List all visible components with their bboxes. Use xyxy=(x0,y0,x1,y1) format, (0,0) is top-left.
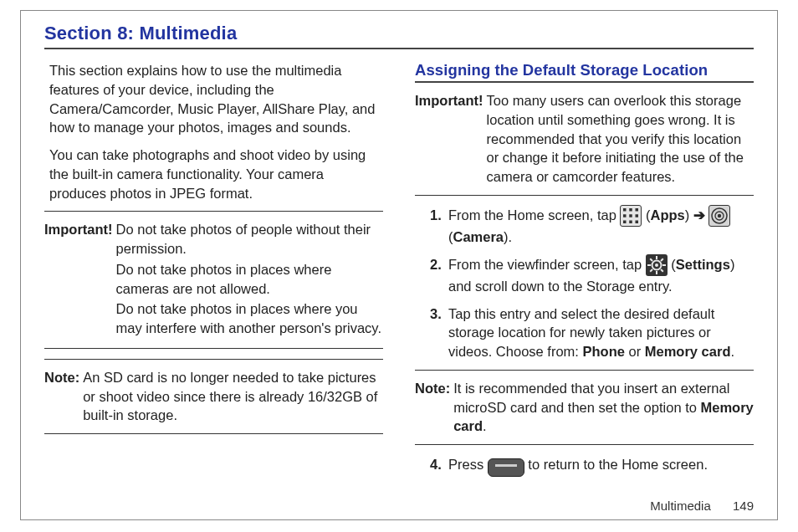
step-1: From the Home screen, tap (Apps) ➔ xyxy=(430,206,754,247)
note-body-right: It is recommended that you insert an ext… xyxy=(453,379,754,436)
important-body-left: Do not take photos of people without the… xyxy=(116,220,383,340)
important-line-2: Do not take photos in places where camer… xyxy=(116,260,383,299)
apps-label: Apps xyxy=(651,207,685,223)
home-button-icon xyxy=(488,458,524,477)
phone-label: Phone xyxy=(583,344,625,359)
important-block-left: Important! Do not take photos of people … xyxy=(44,211,383,349)
columns: This section explains how to use the mul… xyxy=(44,61,754,483)
intro-paragraph-2: You can take photographs and shoot video… xyxy=(49,146,383,202)
note-right-text-a: It is recommended that you insert an ext… xyxy=(453,381,729,415)
note-label-right: Note: xyxy=(415,379,450,436)
svg-rect-0 xyxy=(623,208,627,212)
svg-rect-4 xyxy=(630,214,633,217)
step1-text-a: From the Home screen, tap xyxy=(448,207,620,223)
svg-point-11 xyxy=(718,214,721,217)
page-number: 149 xyxy=(733,499,754,513)
important-line-1: Do not take photos of people without the… xyxy=(116,220,383,258)
page-border: Section 8: Multimedia This section expla… xyxy=(20,10,778,520)
memory-card-label: Memory card xyxy=(645,344,731,359)
left-column: This section explains how to use the mul… xyxy=(44,61,383,483)
right-column: Assigning the Default Storage Location I… xyxy=(415,61,754,483)
steps-list: From the Home screen, tap (Apps) ➔ xyxy=(415,206,754,361)
step-2: From the viewfinder screen, tap xyxy=(430,255,754,296)
svg-line-18 xyxy=(650,258,652,261)
footer-label: Multimedia xyxy=(650,499,711,513)
svg-rect-2 xyxy=(636,208,639,212)
step4-text-b: to return to the Home screen. xyxy=(528,457,708,472)
steps-list-2: Press to return to the Home screen. xyxy=(415,455,754,475)
arrow-icon: ➔ xyxy=(693,207,705,223)
important-line-3: Do not take photos in places where you m… xyxy=(116,299,383,338)
step-4: Press to return to the Home screen. xyxy=(430,455,754,475)
important-body-right: Too many users can overlook this storage… xyxy=(487,91,754,187)
camera-icon xyxy=(708,205,730,227)
section-heading: Assigning the Default Storage Location xyxy=(415,61,754,79)
page-footer: Multimedia 149 xyxy=(650,499,754,513)
note-block-right: Note: It is recommended that you insert … xyxy=(415,370,754,445)
svg-rect-3 xyxy=(623,214,627,217)
svg-line-19 xyxy=(661,258,663,261)
svg-line-21 xyxy=(661,269,663,272)
step4-text-a: Press xyxy=(448,457,488,472)
settings-label: Settings xyxy=(676,257,730,272)
title-rule xyxy=(44,48,754,49)
important-label-right: Important! xyxy=(415,91,483,187)
svg-rect-6 xyxy=(623,221,627,224)
intro-paragraph-1: This section explains how to use the mul… xyxy=(49,61,383,137)
note-body-left: An SD card is no longer needed to take p… xyxy=(83,368,383,425)
page-title: Section 8: Multimedia xyxy=(44,23,754,44)
svg-point-13 xyxy=(655,263,658,267)
svg-rect-5 xyxy=(636,214,639,217)
important-block-right: Important! Too many users can overlook t… xyxy=(415,91,754,196)
apps-icon xyxy=(620,205,642,227)
svg-rect-8 xyxy=(636,221,639,224)
step2-text-a: From the viewfinder screen, tap xyxy=(448,257,646,272)
step-3: Tap this entry and select the desired de… xyxy=(430,304,754,361)
step3-or: or xyxy=(625,344,645,359)
settings-icon xyxy=(646,254,668,276)
note-label-left: Note: xyxy=(44,368,79,425)
svg-rect-7 xyxy=(630,221,633,224)
important-label: Important! xyxy=(44,220,113,340)
camera-label: Camera xyxy=(453,229,504,244)
note-block-left: Note: An SD card is no longer needed to … xyxy=(44,359,383,434)
svg-line-20 xyxy=(650,269,652,272)
step2-text-b: and scroll down to the Storage entry. xyxy=(448,279,673,294)
heading-rule xyxy=(415,81,754,83)
svg-rect-1 xyxy=(630,208,633,212)
